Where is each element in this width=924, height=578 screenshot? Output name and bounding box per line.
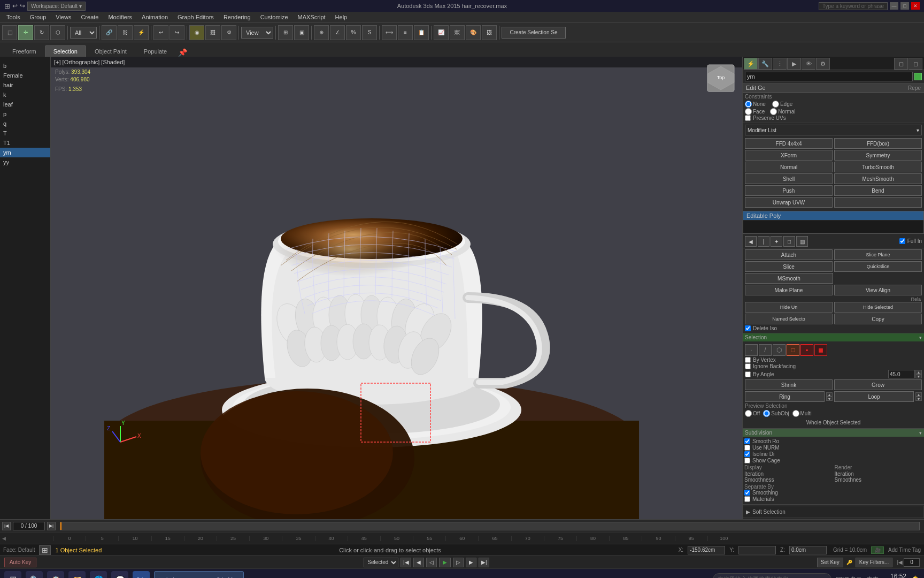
- constraint-face[interactable]: Face: [745, 108, 765, 115]
- rp-tab-extra1[interactable]: ◻: [894, 58, 908, 70]
- hide-unselected-button[interactable]: Hide Un: [745, 302, 833, 313]
- attach-button[interactable]: Attach: [745, 249, 833, 260]
- bend-button[interactable]: Bend: [834, 185, 922, 196]
- angle-value-input[interactable]: [888, 370, 915, 378]
- normal-button[interactable]: Normal: [745, 162, 833, 172]
- smoothing-checkbox[interactable]: [744, 490, 750, 496]
- create-selection-set-button[interactable]: Create Selection Se: [502, 27, 566, 39]
- subdivision-header[interactable]: Subdivision ▾: [743, 429, 924, 437]
- tb-graph-editors[interactable]: 📈: [434, 25, 449, 40]
- menu-graph-editors[interactable]: Graph Editors: [173, 13, 218, 21]
- quick-access-redo[interactable]: ↪: [20, 2, 25, 10]
- ribbon-tab-selection[interactable]: Selection: [45, 45, 86, 57]
- ribbon-tab-populate[interactable]: Populate: [136, 45, 175, 57]
- push-button[interactable]: Push: [745, 185, 833, 196]
- selection-header[interactable]: Selection ▾: [743, 333, 924, 341]
- play-next-key-btn[interactable]: ▷: [453, 558, 464, 567]
- browser-icon[interactable]: 🌐: [90, 571, 107, 579]
- ignore-backfacing-checkbox[interactable]: [745, 363, 751, 369]
- ffd-4x4x4-button[interactable]: FFD 4x4x4: [745, 138, 833, 149]
- object-name-input[interactable]: [745, 72, 913, 81]
- menu-tools[interactable]: Tools: [2, 13, 25, 21]
- menu-views[interactable]: Views: [51, 13, 75, 21]
- viewport-header[interactable]: [+] [Orthographic] [Shaded]: [51, 57, 742, 67]
- tb-render-frame[interactable]: 🖼: [482, 25, 497, 40]
- chat-icon[interactable]: 💬: [111, 571, 128, 579]
- key-filters-button[interactable]: Key Filters...: [856, 558, 893, 567]
- menu-group[interactable]: Group: [26, 13, 51, 21]
- tb-snap-toggle[interactable]: ⊕: [314, 25, 329, 40]
- named-selections-button[interactable]: Named Selecto: [745, 314, 833, 324]
- tb-shaded[interactable]: ◉: [189, 25, 204, 40]
- scene-object-yy[interactable]: yy: [0, 157, 50, 167]
- play-end-btn[interactable]: ▶|: [479, 558, 489, 567]
- tb-bind-space-warp[interactable]: ⚡: [134, 25, 149, 40]
- constraint-none[interactable]: None: [745, 101, 766, 108]
- close-button[interactable]: ✕: [911, 2, 920, 10]
- loop-down-button[interactable]: ▼: [915, 397, 922, 401]
- menu-maxscript[interactable]: MAXScript: [294, 13, 330, 21]
- maximize-button[interactable]: □: [900, 2, 909, 10]
- play-next-frame-btn[interactable]: ▶: [466, 558, 476, 567]
- nav-cube[interactable]: Top: [705, 62, 737, 94]
- 3dsmax-taskbar-icon[interactable]: 3ds: [133, 571, 150, 579]
- angle-down-button[interactable]: ▼: [915, 374, 922, 378]
- hide-selected-button[interactable]: Hide Selected: [834, 302, 922, 313]
- tb-redo[interactable]: ↪: [170, 25, 184, 40]
- smooth-ro-checkbox[interactable]: [744, 438, 750, 444]
- tb-select-move[interactable]: ✛: [18, 25, 33, 40]
- preview-multi[interactable]: Multi: [792, 410, 812, 417]
- preview-subobj[interactable]: SubObj: [763, 410, 789, 417]
- tb-render-setup[interactable]: ⚙: [221, 25, 236, 40]
- ribbon-tab-object-paint[interactable]: Object Paint: [87, 45, 135, 57]
- scene-object-leaf[interactable]: leaf: [0, 100, 50, 109]
- use-nurms-checkbox[interactable]: [744, 445, 750, 451]
- scene-object-T[interactable]: T: [0, 128, 50, 138]
- by-vertex-checkbox[interactable]: [745, 357, 751, 363]
- minimize-button[interactable]: —: [890, 2, 898, 10]
- tb-scale[interactable]: ⬡: [50, 25, 65, 40]
- rp-tab-extra2[interactable]: ◻: [908, 58, 922, 70]
- scene-object-k[interactable]: k: [0, 90, 50, 100]
- play-prev-key-btn[interactable]: ◁: [426, 558, 437, 567]
- stack-btn-5[interactable]: ▥: [796, 236, 808, 247]
- rp-tab-utilities[interactable]: ⚙: [816, 58, 830, 70]
- unwrap-uvw-button[interactable]: Unwrap UVW: [745, 197, 833, 208]
- symmetry-button[interactable]: Symmetry: [834, 150, 922, 161]
- loop-up-button[interactable]: ▲: [915, 392, 922, 397]
- menu-animation[interactable]: Animation: [137, 13, 172, 21]
- stack-btn-3[interactable]: ✦: [771, 236, 782, 247]
- xform-button[interactable]: XForm: [745, 150, 833, 161]
- scene-object-T1[interactable]: T1: [0, 138, 50, 148]
- scene-object-ym[interactable]: ym: [0, 148, 50, 157]
- search-box[interactable]: Type a keyword or phrase: [819, 2, 888, 10]
- ffd-box-button[interactable]: FFD(box): [834, 138, 922, 149]
- soft-selection-header[interactable]: ▶ Soft Selection: [745, 508, 922, 516]
- quickslice-button[interactable]: QuickSlice: [834, 261, 922, 272]
- play-prev-frame-btn[interactable]: ◀: [413, 558, 424, 567]
- ring-down-button[interactable]: ▼: [826, 397, 833, 401]
- menu-help[interactable]: Help: [331, 13, 352, 21]
- view-dropdown[interactable]: View: [241, 27, 273, 39]
- quick-access-undo[interactable]: ↩: [12, 2, 18, 10]
- menu-modifiers[interactable]: Modifiers: [104, 13, 136, 21]
- edge-select-btn[interactable]: /: [759, 344, 772, 356]
- rp-tab-create[interactable]: ⚡: [744, 58, 758, 70]
- tb-layer-manager[interactable]: 📋: [414, 25, 429, 40]
- scene-object-p[interactable]: p: [0, 109, 50, 119]
- turbosmooth-button[interactable]: TurboSmooth: [834, 162, 922, 172]
- search-bar[interactable]: 在这里输入你要搜索的内容: [713, 573, 831, 578]
- tb-mirror[interactable]: ⟺: [382, 25, 397, 40]
- tb-viewport-layout[interactable]: ⊞: [278, 25, 293, 40]
- tb-percent-snap[interactable]: %: [346, 25, 361, 40]
- notification-icon[interactable]: 🔔: [911, 575, 920, 579]
- play-btn[interactable]: ▶: [439, 558, 451, 567]
- scene-object-female[interactable]: Female: [0, 71, 50, 80]
- border-select-btn[interactable]: ⬡: [773, 344, 786, 356]
- filter-dropdown[interactable]: All: [70, 27, 97, 39]
- by-angle-checkbox[interactable]: [745, 371, 751, 377]
- tb-align[interactable]: ≡: [398, 25, 413, 40]
- tb-materials[interactable]: 🖼: [205, 25, 220, 40]
- timeline-start-btn[interactable]: |◀: [2, 522, 11, 530]
- tb-undo[interactable]: ↩: [153, 25, 168, 40]
